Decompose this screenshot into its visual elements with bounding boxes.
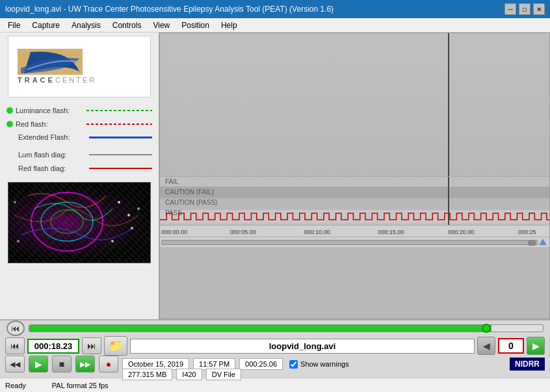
counter-prev-button[interactable]: ◀ bbox=[477, 337, 495, 355]
skip-forward-icon: ⏭ bbox=[87, 341, 96, 351]
svg-point-11 bbox=[137, 207, 140, 210]
menu-analysis[interactable]: Analysis bbox=[66, 20, 106, 31]
tick-5: 000:25 bbox=[518, 229, 536, 235]
svg-marker-14 bbox=[539, 239, 547, 245]
red-diag-line bbox=[89, 168, 152, 169]
scrollbar-area bbox=[160, 237, 549, 247]
svg-text:TRACE: TRACE bbox=[18, 76, 55, 84]
menu-view[interactable]: View bbox=[148, 20, 175, 31]
tick-2: 000:10.00 bbox=[304, 229, 330, 235]
lum-diag-label: Lum flash diag: bbox=[18, 149, 86, 161]
menu-capture[interactable]: Capture bbox=[27, 20, 65, 31]
waveform-display bbox=[160, 33, 549, 176]
filesize-cell: 277.315 MB bbox=[122, 369, 172, 380]
counter-display: 0 bbox=[498, 338, 524, 354]
close-button[interactable]: ✕ bbox=[533, 3, 545, 15]
red-line bbox=[86, 124, 152, 125]
video-thumbnail bbox=[8, 182, 151, 263]
counter-prev-icon: ◀ bbox=[483, 341, 490, 351]
red-label: Red flash: bbox=[16, 118, 84, 131]
waveform-svg bbox=[160, 212, 549, 221]
menu-bar: File Capture Analysis Controls View Posi… bbox=[0, 18, 550, 33]
menu-file[interactable]: File bbox=[3, 20, 25, 31]
status-ready: Ready bbox=[5, 382, 26, 389]
label-fail: FAIL bbox=[165, 178, 179, 185]
scrollbar-thumb[interactable] bbox=[528, 241, 536, 246]
svg-point-5 bbox=[41, 202, 93, 241]
info-row-2: 277.315 MB I420 DV File bbox=[0, 369, 550, 380]
tick-1: 000:05.00 bbox=[230, 229, 256, 235]
menu-position[interactable]: Position bbox=[176, 20, 215, 31]
show-warnings-label: Show warnings bbox=[300, 360, 349, 368]
trace-center-logo: TRACE CENTER bbox=[18, 49, 141, 85]
open-file-button[interactable]: 📁 bbox=[104, 336, 127, 356]
red-diag-label: Red flash diag: bbox=[18, 163, 86, 175]
extended-label: Extended Flash: bbox=[18, 131, 86, 144]
video-frame bbox=[8, 183, 150, 263]
back-to-start-button[interactable]: ⏮ bbox=[7, 320, 25, 336]
menu-help[interactable]: Help bbox=[216, 20, 242, 31]
playhead-line bbox=[448, 33, 449, 176]
luminance-line bbox=[86, 110, 152, 111]
title-bar: loopvid_long.avi - UW Trace Center Photo… bbox=[0, 0, 550, 18]
counter-next-icon: ▶ bbox=[532, 341, 540, 351]
filename-display: loopvid_long.avi bbox=[130, 339, 475, 354]
timeline: 000:00.00 000:05.00 000:10.00 000:15.00 … bbox=[160, 225, 549, 237]
waveform-labels: FAIL CAUTION (FAIL) CAUTION (PASS) PASS bbox=[160, 176, 549, 225]
lum-diag-line bbox=[89, 154, 152, 155]
progress-slider[interactable] bbox=[29, 324, 543, 332]
codec-cell: I420 bbox=[176, 369, 202, 380]
scrollbar-track[interactable] bbox=[161, 240, 538, 245]
show-warnings-area: Show warnings bbox=[289, 360, 349, 369]
red-waveform bbox=[160, 212, 549, 221]
main-content: TRACE CENTER Luminance flash: Red flash:… bbox=[0, 33, 550, 319]
label-caution-fail: CAUTION (FAIL) bbox=[165, 189, 214, 196]
left-panel: TRACE CENTER Luminance flash: Red flash:… bbox=[0, 33, 159, 319]
counter-next-button[interactable]: ▶ bbox=[527, 337, 545, 355]
video-contours bbox=[8, 183, 151, 263]
svg-point-9 bbox=[131, 227, 133, 229]
progress-row: ⏮ bbox=[0, 320, 550, 336]
legend-red-diag: Red flash diag: bbox=[7, 163, 152, 175]
svg-point-13 bbox=[17, 240, 20, 242]
legend-area: Luminance flash: Red flash: Extended Fla… bbox=[0, 101, 159, 179]
red-dot bbox=[7, 121, 13, 127]
svg-point-8 bbox=[127, 214, 130, 216]
folder-icon: 📁 bbox=[109, 339, 123, 353]
controls-bar: ⏮ ⏮ 000:18.23 ⏭ 📁 loopvid_long.avi ◀ 0 ▶… bbox=[0, 319, 550, 378]
luminance-dot bbox=[7, 107, 13, 114]
skip-forward-button[interactable]: ⏭ bbox=[82, 337, 101, 354]
minimize-button[interactable]: ─ bbox=[504, 3, 516, 15]
time-display: 000:18.23 bbox=[27, 339, 79, 354]
extended-line bbox=[89, 137, 152, 138]
legend-luminance: Luminance flash: bbox=[7, 105, 152, 117]
luminance-label: Luminance flash: bbox=[16, 105, 84, 117]
svg-point-12 bbox=[14, 201, 16, 203]
back-to-start-icon: ⏮ bbox=[11, 323, 20, 333]
logo-area: TRACE CENTER bbox=[8, 36, 151, 98]
skip-back-button[interactable]: ⏮ bbox=[5, 337, 25, 354]
tick-3: 000:15.00 bbox=[378, 229, 404, 235]
format-cell: DV File bbox=[206, 369, 241, 380]
legend-extended: Extended Flash: bbox=[7, 131, 152, 144]
svg-point-10 bbox=[111, 240, 114, 242]
skip-back-icon: ⏮ bbox=[10, 341, 20, 351]
window-controls: ─ □ ✕ bbox=[504, 3, 545, 15]
progress-thumb[interactable] bbox=[482, 324, 491, 333]
legend-lum-diag: Lum flash diag: bbox=[7, 149, 152, 161]
right-panel: FAIL CAUTION (FAIL) CAUTION (PASS) PASS … bbox=[159, 33, 550, 319]
maximize-button[interactable]: □ bbox=[519, 3, 530, 15]
transport-row: ⏮ 000:18.23 ⏭ 📁 loopvid_long.avi ◀ 0 ▶ bbox=[0, 336, 550, 356]
label-caution-pass: CAUTION (PASS) bbox=[165, 199, 217, 206]
menu-controls[interactable]: Controls bbox=[107, 20, 147, 31]
show-warnings-checkbox[interactable] bbox=[289, 360, 298, 369]
playhead-line-labels bbox=[448, 177, 449, 225]
scroll-marker-icon bbox=[539, 239, 547, 246]
tick-0: 000:00.00 bbox=[161, 229, 187, 235]
caution-fail-band bbox=[160, 187, 549, 198]
tick-4: 000:20.00 bbox=[448, 229, 474, 235]
window-title: loopvid_long.avi - UW Trace Center Photo… bbox=[5, 5, 334, 14]
legend-red: Red flash: bbox=[7, 118, 152, 131]
status-format: PAL format 25 fps bbox=[52, 382, 109, 389]
scroll-marker bbox=[538, 237, 548, 248]
